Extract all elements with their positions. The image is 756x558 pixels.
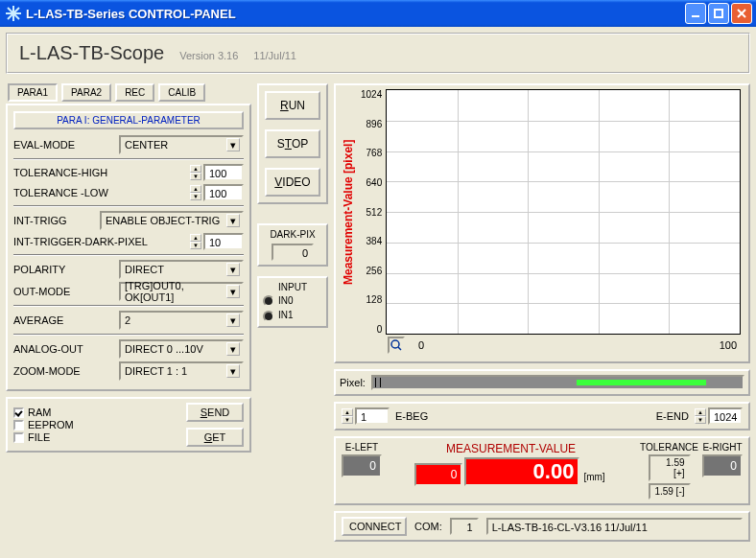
chevron-down-icon: ▾ [226, 342, 240, 356]
measurement-value-label: MEASUREMENT-VALUE [446, 442, 576, 455]
in0-led [263, 295, 274, 307]
chevron-down-icon: ▾ [226, 138, 240, 151]
x-tick-0: 0 [418, 339, 424, 351]
svg-rect-5 [715, 10, 722, 17]
connect-button[interactable]: CONNECT [342, 517, 407, 536]
minimize-button[interactable] [685, 3, 706, 24]
polarity-label: POLARITY [13, 264, 65, 275]
tol-low-input[interactable]: 100 [203, 184, 244, 201]
svg-line-9 [398, 347, 401, 350]
average-dropdown[interactable]: 2 ▾ [119, 311, 244, 330]
polarity-dropdown[interactable]: DIRECT ▾ [119, 260, 244, 279]
eleft-value: 0 [342, 454, 382, 477]
int-trigg-dropdown[interactable]: ENABLE OBJECT-TRIG ▾ [100, 211, 244, 230]
window-title: L-LAS-TB-Series CONTROL-PANEL [26, 7, 685, 21]
tabs: PARA1 PARA2 REC CALIB [6, 83, 251, 102]
com-label: COM: [414, 521, 442, 532]
connect-panel: CONNECT COM: 1 L-LAS-TB-16-CL-V3.16 11/J… [334, 511, 750, 542]
para1-header: PARA I: GENERAL-PARAMETER [13, 111, 244, 129]
out-mode-label: OUT-MODE [13, 286, 70, 297]
y-ticks: 1024 896 768 640 512 384 256 128 0 [357, 89, 386, 335]
chevron-down-icon: ▾ [226, 364, 240, 378]
ebeg-spin[interactable]: ▲▼ [342, 408, 353, 424]
run-button[interactable]: RUN [265, 91, 320, 120]
chevron-down-icon: ▾ [226, 314, 240, 327]
tol-low-spin[interactable]: ▲▼ [190, 185, 201, 200]
chevron-down-icon: ▾ [226, 285, 240, 298]
app-title: L-LAS-TB-Scope [19, 42, 164, 64]
out-mode-dropdown[interactable]: [TRG]OUT0, OK[OUT1] ▾ [119, 282, 244, 301]
tab-para2[interactable]: PARA2 [61, 83, 111, 102]
y-axis-label: Measurement-Value [pixel] [340, 89, 357, 335]
app-date: 11/Jul/11 [253, 50, 296, 61]
tolerance-label: TOLERANCE [640, 442, 698, 453]
measurement-value-mm: 0.00 [464, 457, 579, 486]
dark-pix-label: DARK-PIX [263, 229, 322, 240]
tol-high-spin[interactable]: ▲▼ [190, 165, 201, 180]
tol-plus-value: 1.59 [+] [649, 454, 691, 481]
ram-checkbox[interactable] [13, 407, 24, 418]
int-trigg-dark-input[interactable]: 10 [203, 233, 244, 250]
analog-out-label: ANALOG-OUT [13, 343, 83, 355]
zoom-icon[interactable] [388, 337, 405, 354]
measurement-panel: E-LEFT 0 MEASUREMENT-VALUE 0 0.00 [mm] T… [334, 436, 750, 505]
stop-button[interactable]: STOP [265, 129, 320, 158]
file-label: FILE [28, 431, 50, 443]
pixel-bar-panel: Pixel: [334, 369, 750, 396]
ebeg-label: E-BEG [395, 410, 428, 422]
connect-status: L-LAS-TB-16-CL-V3.16 11/Jul/11 [486, 518, 743, 535]
eend-spin[interactable]: ▲▼ [695, 408, 706, 424]
ebeg-panel: ▲▼ 1 E-BEG E-END ▲▼ 1024 [334, 402, 750, 430]
control-buttons: RUN STOP VIDEO [257, 83, 328, 204]
dark-pix-value: 0 [272, 244, 314, 261]
tol-high-label: TOLERANCE-HIGH [13, 167, 107, 178]
dark-pix-panel: DARK-PIX 0 [257, 223, 328, 267]
in1-label: IN1 [278, 310, 294, 320]
send-button[interactable]: SEND [186, 403, 244, 422]
pixel-label: Pixel: [340, 377, 366, 388]
zoom-mode-label: ZOOM-MODE [13, 365, 81, 377]
memory-panel: RAM EEPROM FILE SEND GET [6, 397, 251, 453]
eval-mode-label: EVAL-MODE [13, 139, 75, 151]
eend-input[interactable]: 1024 [708, 407, 743, 425]
maximize-button[interactable] [708, 3, 729, 24]
tol-high-input[interactable]: 100 [203, 164, 244, 181]
zoom-mode-dropdown[interactable]: DIRECT 1 : 1 ▾ [119, 361, 244, 381]
app-version: Version 3.16 [179, 50, 238, 61]
eend-label: E-END [656, 410, 689, 422]
tol-minus-value: 1.59 [-] [649, 483, 691, 500]
eleft-label: E-LEFT [345, 442, 378, 453]
pixel-bar [371, 375, 744, 390]
chart-plot[interactable] [386, 89, 741, 335]
eeprom-checkbox[interactable] [13, 420, 24, 430]
analog-out-dropdown[interactable]: DIRECT 0 ...10V ▾ [119, 339, 244, 359]
get-button[interactable]: GET [186, 428, 244, 447]
input-title: INPUT [263, 282, 322, 292]
tab-calib[interactable]: CALIB [158, 83, 205, 102]
chevron-down-icon: ▾ [226, 263, 240, 276]
ram-label: RAM [28, 407, 51, 418]
input-panel: INPUT IN0 IN1 [257, 276, 328, 328]
tol-low-label: TOLERANCE -LOW [13, 187, 108, 198]
eval-mode-dropdown[interactable]: CENTER ▾ [119, 135, 244, 154]
chart-panel: Measurement-Value [pixel] 1024 896 768 6… [334, 83, 750, 363]
in1-led [263, 311, 274, 322]
int-trigg-dark-label: INT-TRIGGER-DARK-PIXEL [13, 236, 148, 247]
para1-panel: PARA I: GENERAL-PARAMETER EVAL-MODE CENT… [6, 104, 251, 391]
tab-para1[interactable]: PARA1 [8, 83, 58, 102]
int-trigg-dark-spin[interactable]: ▲▼ [190, 234, 201, 249]
com-value: 1 [450, 518, 479, 535]
eeprom-label: EEPROM [28, 419, 74, 430]
file-checkbox[interactable] [13, 432, 24, 443]
close-button[interactable] [731, 3, 752, 24]
ebeg-input[interactable]: 1 [355, 407, 390, 425]
svg-rect-4 [692, 15, 699, 17]
tab-rec[interactable]: REC [115, 83, 154, 102]
eright-label: E-RIGHT [702, 442, 742, 453]
int-trigg-label: INT-TRIGG [13, 215, 67, 226]
svg-point-8 [391, 340, 399, 348]
chevron-down-icon: ▾ [226, 214, 240, 227]
video-button[interactable]: VIDEO [265, 168, 320, 197]
x-tick-1: 100 [720, 339, 737, 351]
eright-value: 0 [702, 454, 743, 477]
